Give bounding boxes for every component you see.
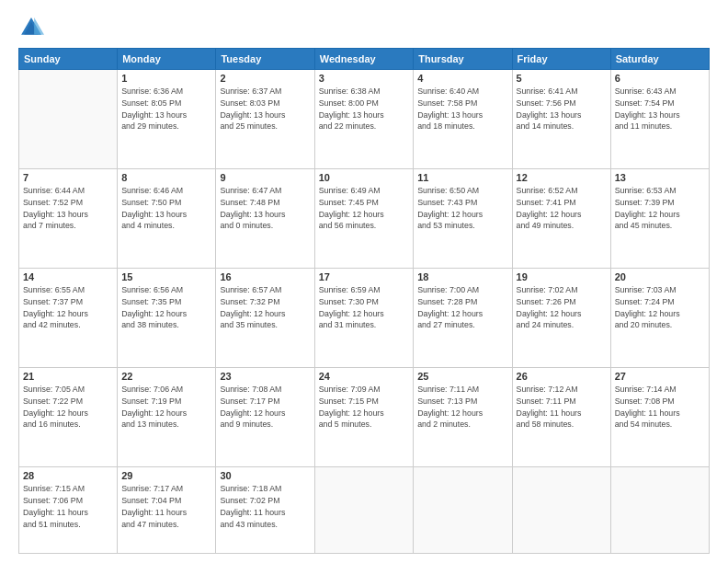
- day-number: 14: [23, 271, 113, 282]
- day-info: Sunrise: 7:12 AM Sunset: 7:11 PM Dayligh…: [517, 384, 607, 431]
- day-number: 6: [615, 73, 705, 84]
- day-number: 7: [23, 172, 113, 183]
- calendar-cell: 30Sunrise: 7:18 AM Sunset: 7:02 PM Dayli…: [216, 467, 314, 554]
- day-number: 21: [23, 371, 113, 382]
- day-info: Sunrise: 6:50 AM Sunset: 7:43 PM Dayligh…: [417, 185, 507, 232]
- calendar-week-row: 21Sunrise: 7:05 AM Sunset: 7:22 PM Dayli…: [19, 368, 710, 467]
- calendar-header-wednesday: Wednesday: [314, 49, 414, 70]
- calendar-cell: 7Sunrise: 6:44 AM Sunset: 7:52 PM Daylig…: [19, 169, 118, 269]
- calendar-header-thursday: Thursday: [414, 49, 512, 70]
- calendar-header-saturday: Saturday: [610, 49, 709, 70]
- day-number: 1: [121, 73, 211, 84]
- calendar-week-row: 28Sunrise: 7:15 AM Sunset: 7:06 PM Dayli…: [19, 467, 710, 554]
- day-number: 11: [417, 172, 507, 183]
- calendar-cell: 25Sunrise: 7:11 AM Sunset: 7:13 PM Dayli…: [414, 368, 512, 467]
- calendar-week-row: 7Sunrise: 6:44 AM Sunset: 7:52 PM Daylig…: [19, 169, 710, 269]
- day-info: Sunrise: 7:17 AM Sunset: 7:04 PM Dayligh…: [121, 483, 211, 530]
- calendar-cell: 29Sunrise: 7:17 AM Sunset: 7:04 PM Dayli…: [118, 467, 216, 554]
- day-number: 30: [220, 470, 310, 481]
- calendar-header-sunday: Sunday: [19, 49, 118, 70]
- day-info: Sunrise: 6:46 AM Sunset: 7:50 PM Dayligh…: [121, 185, 211, 232]
- day-info: Sunrise: 7:06 AM Sunset: 7:19 PM Dayligh…: [121, 384, 211, 431]
- day-info: Sunrise: 7:11 AM Sunset: 7:13 PM Dayligh…: [417, 384, 507, 431]
- calendar-cell: 20Sunrise: 7:03 AM Sunset: 7:24 PM Dayli…: [610, 269, 709, 368]
- day-info: Sunrise: 7:18 AM Sunset: 7:02 PM Dayligh…: [220, 483, 310, 530]
- calendar-cell: 26Sunrise: 7:12 AM Sunset: 7:11 PM Dayli…: [512, 368, 610, 467]
- calendar-cell: 1Sunrise: 6:36 AM Sunset: 8:05 PM Daylig…: [118, 70, 216, 169]
- day-info: Sunrise: 6:40 AM Sunset: 7:58 PM Dayligh…: [417, 86, 507, 132]
- day-number: 16: [220, 271, 310, 282]
- calendar-cell: 2Sunrise: 6:37 AM Sunset: 8:03 PM Daylig…: [216, 70, 314, 169]
- day-info: Sunrise: 6:53 AM Sunset: 7:39 PM Dayligh…: [615, 185, 705, 232]
- header: [18, 15, 710, 40]
- day-number: 18: [417, 271, 507, 282]
- calendar-cell: [610, 467, 709, 554]
- day-info: Sunrise: 6:52 AM Sunset: 7:41 PM Dayligh…: [517, 185, 607, 232]
- calendar-week-row: 1Sunrise: 6:36 AM Sunset: 8:05 PM Daylig…: [19, 70, 710, 169]
- day-number: 9: [220, 172, 310, 183]
- day-info: Sunrise: 6:55 AM Sunset: 7:37 PM Dayligh…: [23, 284, 113, 331]
- calendar-cell: [512, 467, 610, 554]
- day-info: Sunrise: 6:47 AM Sunset: 7:48 PM Dayligh…: [220, 185, 310, 232]
- day-info: Sunrise: 6:56 AM Sunset: 7:35 PM Dayligh…: [121, 284, 211, 331]
- calendar-cell: 24Sunrise: 7:09 AM Sunset: 7:15 PM Dayli…: [314, 368, 414, 467]
- calendar-cell: 11Sunrise: 6:50 AM Sunset: 7:43 PM Dayli…: [414, 169, 512, 269]
- day-info: Sunrise: 6:43 AM Sunset: 7:54 PM Dayligh…: [615, 86, 705, 132]
- calendar: SundayMondayTuesdayWednesdayThursdayFrid…: [18, 48, 710, 554]
- calendar-cell: 22Sunrise: 7:06 AM Sunset: 7:19 PM Dayli…: [118, 368, 216, 467]
- svg-marker-2: [34, 17, 44, 35]
- calendar-header-row: SundayMondayTuesdayWednesdayThursdayFrid…: [19, 49, 710, 70]
- calendar-cell: [314, 467, 414, 554]
- day-number: 17: [319, 271, 410, 282]
- calendar-cell: [19, 70, 118, 169]
- day-number: 3: [319, 73, 410, 84]
- calendar-cell: 27Sunrise: 7:14 AM Sunset: 7:08 PM Dayli…: [610, 368, 709, 467]
- day-number: 24: [319, 371, 410, 382]
- day-number: 29: [121, 470, 211, 481]
- day-number: 28: [23, 470, 113, 481]
- day-number: 26: [517, 371, 607, 382]
- calendar-cell: 3Sunrise: 6:38 AM Sunset: 8:00 PM Daylig…: [314, 70, 414, 169]
- day-info: Sunrise: 7:03 AM Sunset: 7:24 PM Dayligh…: [615, 284, 705, 331]
- day-number: 12: [517, 172, 607, 183]
- day-info: Sunrise: 7:00 AM Sunset: 7:28 PM Dayligh…: [417, 284, 507, 331]
- day-info: Sunrise: 7:08 AM Sunset: 7:17 PM Dayligh…: [220, 384, 310, 431]
- day-info: Sunrise: 6:59 AM Sunset: 7:30 PM Dayligh…: [319, 284, 410, 331]
- logo: [18, 15, 48, 40]
- day-number: 15: [121, 271, 211, 282]
- calendar-cell: 12Sunrise: 6:52 AM Sunset: 7:41 PM Dayli…: [512, 169, 610, 269]
- day-info: Sunrise: 7:05 AM Sunset: 7:22 PM Dayligh…: [23, 384, 113, 431]
- day-info: Sunrise: 7:02 AM Sunset: 7:26 PM Dayligh…: [517, 284, 607, 331]
- day-number: 19: [517, 271, 607, 282]
- day-number: 2: [220, 73, 310, 84]
- day-info: Sunrise: 6:36 AM Sunset: 8:05 PM Dayligh…: [121, 86, 211, 132]
- calendar-cell: 16Sunrise: 6:57 AM Sunset: 7:32 PM Dayli…: [216, 269, 314, 368]
- day-info: Sunrise: 6:57 AM Sunset: 7:32 PM Dayligh…: [220, 284, 310, 331]
- calendar-cell: 13Sunrise: 6:53 AM Sunset: 7:39 PM Dayli…: [610, 169, 709, 269]
- calendar-cell: 4Sunrise: 6:40 AM Sunset: 7:58 PM Daylig…: [414, 70, 512, 169]
- calendar-cell: 23Sunrise: 7:08 AM Sunset: 7:17 PM Dayli…: [216, 368, 314, 467]
- day-number: 22: [121, 371, 211, 382]
- day-info: Sunrise: 6:38 AM Sunset: 8:00 PM Dayligh…: [319, 86, 410, 132]
- calendar-cell: 21Sunrise: 7:05 AM Sunset: 7:22 PM Dayli…: [19, 368, 118, 467]
- calendar-cell: 14Sunrise: 6:55 AM Sunset: 7:37 PM Dayli…: [19, 269, 118, 368]
- calendar-cell: 28Sunrise: 7:15 AM Sunset: 7:06 PM Dayli…: [19, 467, 118, 554]
- day-info: Sunrise: 6:49 AM Sunset: 7:45 PM Dayligh…: [319, 185, 410, 232]
- calendar-week-row: 14Sunrise: 6:55 AM Sunset: 7:37 PM Dayli…: [19, 269, 710, 368]
- day-info: Sunrise: 7:15 AM Sunset: 7:06 PM Dayligh…: [23, 483, 113, 530]
- day-number: 20: [615, 271, 705, 282]
- day-number: 8: [121, 172, 211, 183]
- day-info: Sunrise: 6:44 AM Sunset: 7:52 PM Dayligh…: [23, 185, 113, 232]
- day-number: 10: [319, 172, 410, 183]
- day-number: 25: [417, 371, 507, 382]
- calendar-header-tuesday: Tuesday: [216, 49, 314, 70]
- calendar-header-friday: Friday: [512, 49, 610, 70]
- logo-icon: [18, 15, 44, 40]
- calendar-cell: 19Sunrise: 7:02 AM Sunset: 7:26 PM Dayli…: [512, 269, 610, 368]
- day-info: Sunrise: 7:09 AM Sunset: 7:15 PM Dayligh…: [319, 384, 410, 431]
- day-info: Sunrise: 6:37 AM Sunset: 8:03 PM Dayligh…: [220, 86, 310, 132]
- calendar-cell: 17Sunrise: 6:59 AM Sunset: 7:30 PM Dayli…: [314, 269, 414, 368]
- calendar-cell: 5Sunrise: 6:41 AM Sunset: 7:56 PM Daylig…: [512, 70, 610, 169]
- day-number: 27: [615, 371, 705, 382]
- calendar-header-monday: Monday: [118, 49, 216, 70]
